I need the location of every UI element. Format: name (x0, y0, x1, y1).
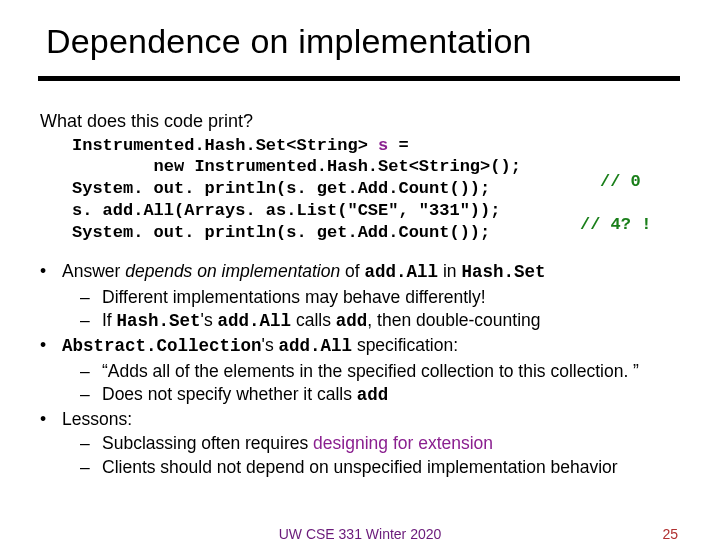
b2s2-text: Does not specify whether it calls add (102, 383, 688, 408)
footer-course: UW CSE 331 Winter 2020 (0, 526, 720, 540)
bullet-2-sub-2: – Does not specify whether it calls add (80, 383, 688, 408)
b1s2-text: If Hash.Set's add.All calls add, then do… (102, 309, 688, 334)
code-comment-1: // 4? ! (580, 214, 651, 235)
dash-icon: – (80, 286, 102, 310)
code-l4: s. add.All(Arrays. as.List("CSE", "331")… (72, 201, 500, 220)
b1-mid: of (340, 261, 364, 281)
title-rule (38, 76, 680, 81)
b1-code1: add.All (365, 262, 439, 282)
b3s1-text: Subclassing often requires designing for… (102, 432, 688, 456)
slide-title: Dependence on implementation (46, 22, 532, 61)
bullet-list: • Answer depends on implementation of ad… (40, 260, 688, 480)
bullet-2: • Abstract.Collection's add.All specific… (40, 334, 688, 359)
b2-c1: Abstract.Collection (62, 336, 262, 356)
bullet-1: • Answer depends on implementation of ad… (40, 260, 688, 285)
b1s1-text: Different implementations may behave dif… (102, 286, 688, 310)
code-l5: System. out. println(s. get.Add.Count())… (72, 223, 490, 242)
b1s2-c2: add.All (218, 311, 292, 331)
code-comment-0: // 0 (600, 171, 641, 192)
code-l1a: Instrumented.Hash.Set<String> (72, 136, 378, 155)
b2-a: 's (262, 335, 279, 355)
bullet-3-sub-2: – Clients should not depend on unspecifi… (80, 456, 688, 480)
body-block: What does this code print? Instrumented.… (40, 110, 680, 243)
footer-page-number: 25 (662, 526, 678, 540)
code-l1c: = (388, 136, 408, 155)
bullet-3-text: Lessons: (62, 408, 688, 432)
bullet-1-sub-1: – Different implementations may behave d… (80, 286, 688, 310)
code-var-s: s (378, 136, 388, 155)
bullet-2-text: Abstract.Collection's add.All specificat… (62, 334, 688, 359)
b2-b: specification: (352, 335, 458, 355)
dash-icon: – (80, 360, 102, 384)
b1s2-d: , then double-counting (367, 310, 540, 330)
bullet-dot-icon: • (40, 260, 62, 285)
b2-c2: add.All (279, 336, 353, 356)
b3s1-design: designing for extension (313, 433, 493, 453)
dash-icon: – (80, 383, 102, 408)
bullet-3: • Lessons: (40, 408, 688, 432)
bullet-1-sub-2: – If Hash.Set's add.All calls add, then … (80, 309, 688, 334)
b1-mid2: in (438, 261, 461, 281)
bullet-2-sub-1: – “Adds all of the elements in the speci… (80, 360, 688, 384)
b2s2-a: Does not specify whether it calls (102, 384, 357, 404)
question-text: What does this code print? (40, 110, 680, 133)
code-l3: System. out. println(s. get.Add.Count())… (72, 179, 490, 198)
bullet-3-sub-1: – Subclassing often requires designing f… (80, 432, 688, 456)
b2s2-c1: add (357, 385, 389, 405)
b1s2-c3: add (336, 311, 368, 331)
bullet-dot-icon: • (40, 408, 62, 432)
dash-icon: – (80, 456, 102, 480)
bullet-dot-icon: • (40, 334, 62, 359)
b1-code2: Hash.Set (461, 262, 545, 282)
b1s2-c1: Hash.Set (117, 311, 201, 331)
b1-lead: Answer (62, 261, 125, 281)
b1s2-a: If (102, 310, 117, 330)
b1s2-b: 's (201, 310, 218, 330)
bullet-1-text: Answer depends on implementation of add.… (62, 260, 688, 285)
b3s1-a: Subclassing often requires (102, 433, 313, 453)
b1s2-c: calls (291, 310, 336, 330)
b2s1-text: “Adds all of the elements in the specifi… (102, 360, 688, 384)
slide: Dependence on implementation What does t… (0, 0, 720, 540)
dash-icon: – (80, 309, 102, 334)
dash-icon: – (80, 432, 102, 456)
code-l2: new Instrumented.Hash.Set<String>(); (72, 157, 521, 176)
b3s2-text: Clients should not depend on unspecified… (102, 456, 688, 480)
b1-emph: depends on implementation (125, 261, 340, 281)
